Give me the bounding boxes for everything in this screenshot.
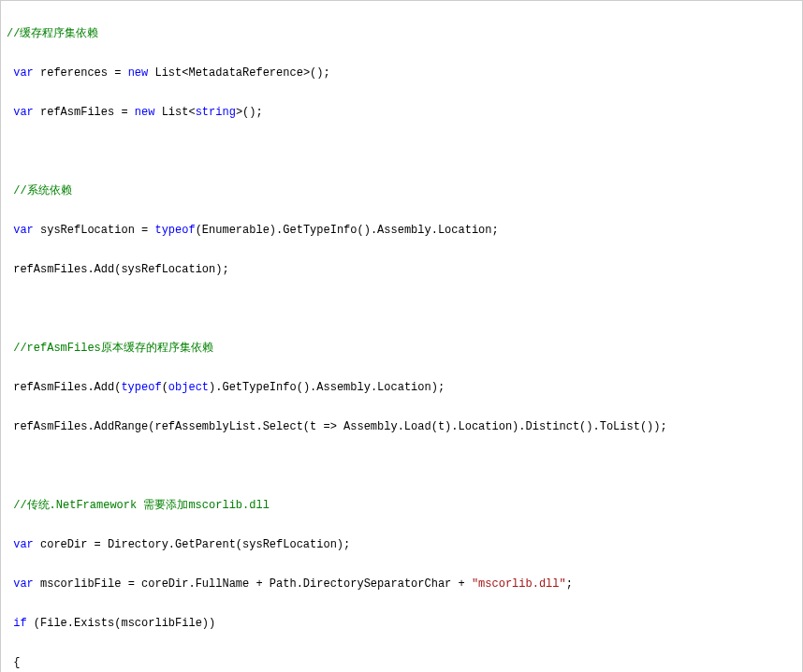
- code-line: refAsmFiles.Add(sysRefLocation);: [7, 260, 796, 280]
- code-line: var refAsmFiles = new List<string>();: [7, 103, 796, 123]
- code-line: refAsmFiles.AddRange(refAssemblyList.Sel…: [7, 417, 796, 437]
- code-line: var coreDir = Directory.GetParent(sysRef…: [7, 535, 796, 555]
- comment: //传统.NetFramework 需要添加mscorlib.dll: [7, 496, 796, 516]
- comment: //系统依赖: [7, 182, 796, 201]
- code-line: var mscorlibFile = coreDir.FullName + Pa…: [7, 575, 796, 594]
- code-line: {: [7, 653, 796, 672]
- code-line: if (File.Exists(mscorlibFile)): [7, 614, 796, 634]
- code-line: var sysRefLocation = typeof(Enumerable).…: [7, 221, 796, 241]
- code-line: var references = new List<MetadataRefere…: [7, 64, 796, 83]
- comment: //refAsmFiles原本缓存的程序集依赖: [7, 339, 796, 358]
- comment: //缓存程序集依赖: [7, 24, 796, 44]
- code-line: refAsmFiles.Add(typeof(object).GetTypeIn…: [7, 378, 796, 398]
- code-block: //缓存程序集依赖 var references = new List<Meta…: [0, 0, 803, 672]
